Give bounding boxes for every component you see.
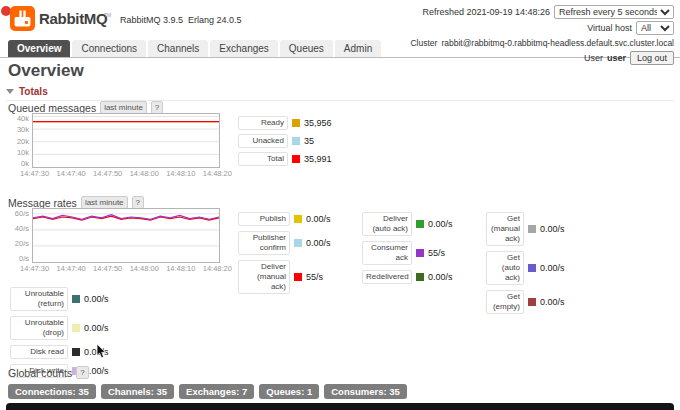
y-tick: 0/s (19, 254, 29, 263)
legend-value: 35,956 (304, 118, 332, 128)
legend-row-deliver-auto-ack: Deliver (auto ack) 0.00/s (362, 212, 453, 236)
legend-color-swatch (294, 239, 302, 247)
x-tick: 14:47:30 (20, 169, 49, 178)
queued-messages-chart: 40k 30k 20k 10k 0k 14:47:30 14:47:40 14:… (8, 113, 220, 178)
legend-row-consumer-ack: Consumer ack 55/s (362, 241, 453, 265)
tab-overview[interactable]: Overview (8, 40, 70, 57)
collapse-arrow-icon (6, 89, 14, 94)
global-counts-heading: Global counts (8, 367, 72, 379)
virtual-host-select[interactable]: All (636, 21, 674, 35)
legend-color-swatch (528, 264, 536, 272)
x-tick: 14:48:00 (130, 169, 159, 178)
x-tick: 14:48:10 (166, 169, 195, 178)
legend-label: Redelivered (362, 270, 412, 284)
global-counts-header: Global counts ? (8, 366, 89, 379)
message-rates-chart: 60/s 40/s 20/s 0/s 14:47:30 14:47:40 14:… (8, 208, 220, 273)
erlang-version: Erlang 24.0.5 (188, 15, 242, 25)
legend-row-total: Total 35,991 (238, 152, 332, 166)
legend-color-swatch (528, 298, 536, 306)
consumers-count-badge: Consumers: 35 (324, 384, 407, 399)
legend-label: Unacked (238, 134, 288, 148)
totals-section-header[interactable]: Totals (6, 86, 674, 101)
legend-label: Get (empty) (486, 290, 524, 314)
user-label: User (584, 53, 603, 63)
refresh-interval-select[interactable]: Refresh every 5 seconds (554, 5, 674, 19)
legend-label: Publisher confirm (238, 231, 290, 255)
legend-value: 0.00/s (84, 294, 109, 304)
queued-messages-plot (32, 113, 220, 168)
mouse-cursor (96, 344, 107, 363)
tab-connections[interactable]: Connections (72, 40, 146, 57)
totals-heading: Totals (19, 86, 48, 97)
legend-color-swatch (72, 324, 80, 332)
legend-value: 35 (304, 136, 314, 146)
logout-button[interactable]: Log out (630, 51, 674, 65)
x-tick: 14:47:30 (20, 264, 49, 273)
y-tick: 60/s (15, 209, 29, 218)
y-tick: 20/s (15, 239, 29, 248)
y-tick: 0k (21, 159, 29, 168)
brand-name: RabbitMQ (39, 10, 107, 27)
x-tick: 14:48:20 (203, 169, 232, 178)
header-right: Refreshed 2021-09-19 14:48:26 Refresh ev… (410, 5, 674, 67)
message-rates-plot (32, 208, 220, 263)
legend-value: 0.00/s (540, 263, 565, 273)
legend-label: Unroutable (drop) (10, 316, 68, 340)
legend-color-swatch (528, 225, 536, 233)
exchanges-count-badge: Exchanges: 7 (179, 384, 254, 399)
legend-label: Consumer ack (362, 241, 412, 265)
tab-queues[interactable]: Queues (280, 40, 333, 57)
tab-channels[interactable]: Channels (148, 40, 208, 57)
legend-row-get-manual-ack: Get (manual ack) 0.00/s (486, 212, 565, 246)
legend-value: 55/s (306, 272, 323, 282)
legend-row-ready: Ready 35,956 (238, 116, 332, 130)
x-tick: 14:48:10 (166, 264, 195, 273)
y-tick: 30k (17, 125, 29, 134)
tab-exchanges[interactable]: Exchanges (210, 40, 277, 57)
product-version: RabbitMQ 3.9.5 (120, 15, 183, 25)
tab-admin[interactable]: Admin (335, 40, 381, 57)
legend-label: Deliver (manual ack) (238, 260, 290, 294)
legend-row-get-auto-ack: Get (auto ack) 0.00/s (486, 251, 565, 285)
cluster-label: Cluster (410, 38, 437, 48)
legend-label: Deliver (auto ack) (362, 212, 412, 236)
page-title: Overview (8, 61, 84, 81)
rabbit-icon (13, 9, 32, 28)
legend-value: 0.00/s (540, 297, 565, 307)
legend-label: Ready (238, 116, 288, 130)
message-rates-legend-extra: Unroutable (return) 0.00/s Unroutable (d… (10, 287, 109, 378)
legend-value: 0.00/s (540, 224, 565, 234)
y-tick: 20k (17, 137, 29, 146)
y-axis-labels: 60/s 40/s 20/s 0/s (8, 208, 32, 263)
x-tick: 14:48:00 (130, 264, 159, 273)
channels-count-badge: Channels: 35 (101, 384, 174, 399)
legend-row-unroutable-drop: Unroutable (drop) 0.00/s (10, 316, 109, 340)
legend-value: 0.00/s (84, 323, 109, 333)
queued-messages-heading: Queued messages (8, 102, 96, 114)
legend-value: 0.00/s (428, 272, 453, 282)
legend-label: Get (auto ack) (486, 251, 524, 285)
help-icon[interactable]: ? (76, 366, 88, 379)
legend-color-swatch (292, 155, 300, 163)
y-tick: 10k (17, 148, 29, 157)
legend-value: 0.00/s (306, 214, 331, 224)
legend-value: 0.00/s (306, 238, 331, 248)
legend-label: Publish (238, 212, 290, 226)
connections-count-badge: Connections: 35 (8, 384, 96, 399)
legend-row-redelivered: Redelivered 0.00/s (362, 270, 453, 284)
legend-value: 55/s (428, 248, 445, 258)
legend-row-disk-read: Disk read 0.00/s (10, 345, 109, 359)
queued-messages-legend: Ready 35,956 Unacked 35 Total 35,991 (238, 116, 332, 166)
legend-label: Unroutable (return) (10, 287, 68, 311)
window-bottom-bar (6, 403, 674, 410)
legend-color-swatch (294, 215, 302, 223)
x-tick: 14:47:40 (57, 169, 86, 178)
username: user (607, 53, 626, 63)
legend-value: 0.00/s (428, 219, 453, 229)
legend-color-swatch (294, 273, 302, 281)
legend-row-deliver-manual-ack: Deliver (manual ack) 55/s (238, 260, 331, 294)
rabbitmq-logo-icon[interactable] (10, 6, 35, 31)
legend-row-unacked: Unacked 35 (238, 134, 332, 148)
legend-color-swatch (292, 137, 300, 145)
legend-row-unroutable-return: Unroutable (return) 0.00/s (10, 287, 109, 311)
